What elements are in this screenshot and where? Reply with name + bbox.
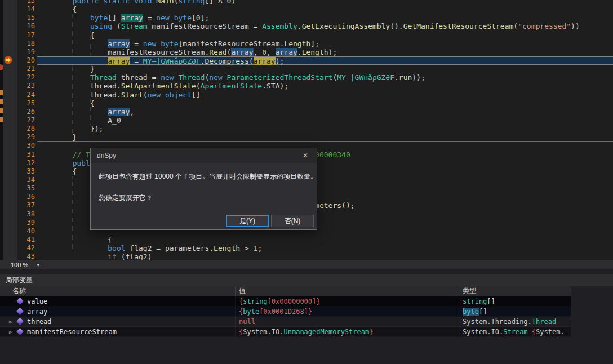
dnspy-window: 13 public static void Main(string[] A_0)…: [0, 0, 613, 364]
code-line-28[interactable]: 28 });: [17, 125, 613, 133]
line-code: if (flag2): [37, 252, 613, 260]
value-token: []: [479, 308, 487, 316]
code-token: =: [130, 39, 143, 48]
code-token: []: [192, 91, 201, 99]
value-token: {: [532, 328, 536, 336]
code-line-25[interactable]: 25 {: [17, 99, 613, 108]
line-number: 36: [17, 193, 37, 201]
code-line-16[interactable]: 16 using (Stream manifestResourceStream …: [17, 22, 613, 30]
locals-row-manifestResourceStream[interactable]: ▷manifestResourceStream{System.IO.Unmana…: [0, 327, 571, 337]
close-icon[interactable]: ✕: [297, 150, 313, 161]
code-line-23[interactable]: 23 thread.SetApartmentState(ApartmentSta…: [17, 82, 613, 90]
code-token: bool: [108, 244, 125, 252]
value-token: }: [369, 328, 373, 336]
line-code: {: [37, 31, 613, 39]
code-line-22[interactable]: 22 Thread thread = new Thread(new Parame…: [17, 73, 613, 82]
cell-type: string[]: [459, 296, 571, 306]
code-token: [170, 14, 174, 22]
code-token: .STA);: [262, 82, 288, 90]
zoom-dropdown-arrow-icon[interactable]: ▾: [34, 261, 42, 269]
value-token: System.IO.: [536, 328, 571, 336]
line-number: 33: [17, 167, 37, 176]
code-token: MY—|GWнåρGZӘF: [143, 57, 201, 65]
code-token: Length: [302, 48, 328, 56]
code-line-24[interactable]: 24 thread.Start(new object[]: [17, 91, 613, 99]
confirmation-dialog: dnSpy ✕ 此项目包含有超过 10000 个子项目。当展开时会限制要显示的项…: [90, 148, 317, 230]
expand-arrow-icon[interactable]: ▷: [9, 317, 17, 326]
code-token: if: [108, 252, 117, 260]
line-number: 21: [17, 65, 37, 73]
expand-arrow-icon[interactable]: ▷: [9, 327, 17, 336]
code-token: });: [37, 125, 103, 133]
code-line-42[interactable]: 42 bool flag2 = parameters.Length > 1;: [17, 244, 613, 252]
code-token: thread.: [37, 82, 121, 90]
code-line-26[interactable]: 26 array,: [17, 108, 613, 116]
code-token: object: [165, 91, 192, 99]
code-token: {: [37, 99, 95, 108]
code-line-13[interactable]: 13 public static void Main(string[] A_0): [17, 0, 613, 5]
no-button[interactable]: 否(N): [271, 215, 314, 227]
code-token: new: [209, 73, 222, 82]
code-line-29[interactable]: 29 }: [17, 133, 613, 141]
code-token: {: [37, 236, 112, 244]
code-token: byte: [174, 14, 192, 22]
left-edge-strip: [0, 0, 3, 260]
current-statement-breakpoint-icon[interactable]: [4, 56, 12, 64]
locals-row-array[interactable]: array{byte[0x0001D268]}byte[]: [0, 307, 571, 317]
code-line-20[interactable]: 20 array = MY—|GWнåρGZӘF.Decompress(arra…: [17, 56, 613, 65]
line-number: 27: [17, 116, 37, 125]
code-line-21[interactable]: 21 }: [17, 65, 613, 73]
code-token: thread =: [117, 73, 161, 82]
code-token: Length: [214, 244, 240, 252]
code-token: ParameterizedThreadStart: [227, 73, 333, 82]
code-token: ];: [201, 14, 210, 22]
code-token: array: [254, 57, 276, 65]
code-token: string: [178, 0, 205, 5]
locals-row-thread[interactable]: ▷threadnullSystem.Threading.Thread: [0, 317, 571, 327]
cell-type: byte[]: [459, 307, 571, 316]
code-token: {: [37, 167, 77, 176]
zoom-level-combo[interactable]: 100 % ▾: [7, 261, 42, 269]
value-token: Thread: [532, 318, 556, 326]
locals-row-value[interactable]: value{string[0x00000000]}string[]: [0, 296, 571, 307]
code-token: ,: [266, 48, 276, 56]
variable-name: thread: [27, 317, 51, 326]
column-header-name[interactable]: 名称: [0, 286, 236, 296]
left-edge-artifact: [0, 108, 3, 113]
dialog-titlebar[interactable]: dnSpy ✕: [91, 148, 317, 163]
code-token: [37, 252, 108, 260]
code-token: array: [108, 108, 130, 116]
line-code: thread.SetApartmentState(ApartmentState.…: [37, 82, 613, 90]
local-variable-icon: [16, 298, 24, 305]
code-line-43[interactable]: 43 if (flag2): [17, 252, 613, 260]
code-token: [223, 73, 227, 82]
yes-button[interactable]: 是(Y): [226, 215, 269, 227]
code-line-15[interactable]: 15 byte[] array = new byte[0];: [17, 14, 613, 22]
code-token: SetApartmentState: [121, 82, 196, 90]
column-header-value[interactable]: 值: [236, 286, 459, 296]
code-token: GetExecutingAssembly: [302, 22, 390, 30]
line-number: 20: [17, 56, 37, 65]
code-line-27[interactable]: 27 A_0: [17, 116, 613, 125]
code-line-18[interactable]: 18 array = new byte[manifestResourceStre…: [17, 39, 613, 48]
code-token: byte: [90, 14, 108, 22]
code-token: A_0: [37, 116, 121, 125]
code-line-17[interactable]: 17 {: [17, 31, 613, 39]
code-token: public static void: [73, 0, 157, 5]
dialog-buttons: 是(Y) 否(N): [226, 215, 314, 227]
line-code: byte[] array = new byte[0];: [37, 14, 613, 22]
line-code: manifestResourceStream.Read(array, 0, ar…: [37, 48, 613, 56]
column-header-type[interactable]: 类型: [459, 286, 571, 296]
code-token: new: [148, 91, 161, 99]
local-variable-icon: [16, 328, 24, 335]
code-token: )): [571, 22, 580, 30]
code-token: Decompress: [205, 57, 248, 65]
value-token: UnmanagedMemoryStream: [283, 328, 369, 336]
code-line-41[interactable]: 41 {: [17, 236, 613, 244]
code-line-14[interactable]: 14 {: [17, 5, 613, 14]
code-line-19[interactable]: 19 manifestResourceStream.Read(array, 0,…: [17, 48, 613, 56]
code-token: [37, 22, 90, 30]
line-number: 24: [17, 91, 37, 99]
cell-name: array: [0, 307, 236, 316]
line-code: {: [37, 99, 613, 108]
